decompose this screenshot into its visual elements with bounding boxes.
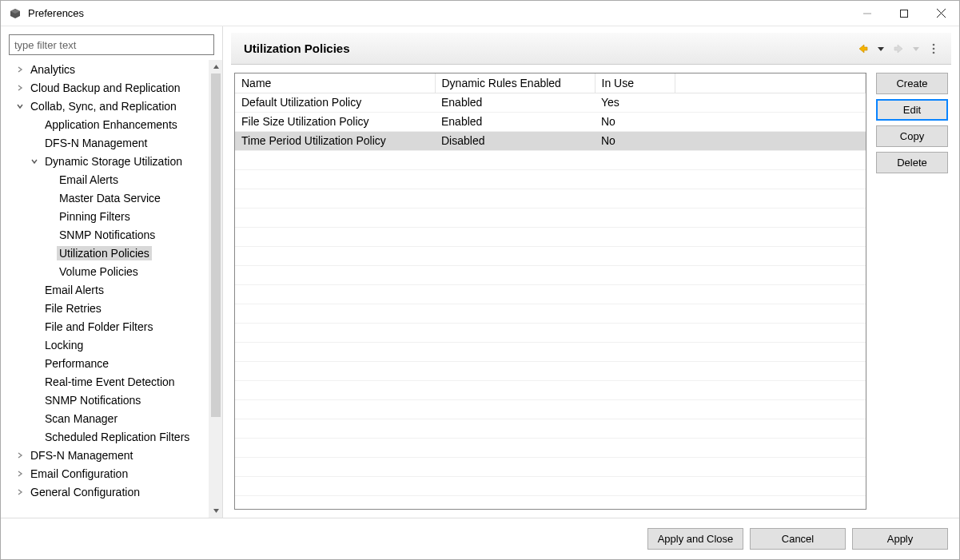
create-button[interactable]: Create: [876, 73, 948, 94]
tree-item[interactable]: Cloud Backup and Replication: [1, 78, 209, 97]
table-row: [235, 419, 866, 438]
tree-item-label: SNMP Notifications: [42, 393, 143, 407]
chevron-down-icon[interactable]: [14, 100, 26, 113]
tree-item[interactable]: Analytics: [1, 60, 209, 78]
history-back-icon[interactable]: [855, 41, 871, 57]
svg-marker-7: [213, 509, 219, 513]
tree-item[interactable]: Performance: [1, 354, 209, 372]
tree-item[interactable]: SNMP Notifications: [1, 391, 209, 409]
window-maximize-button[interactable]: [886, 1, 922, 26]
table-cell: Disabled: [435, 131, 595, 150]
table-cell: No: [595, 131, 675, 150]
copy-button[interactable]: Copy: [876, 125, 948, 147]
table-row: [235, 438, 866, 457]
scroll-thumb[interactable]: [211, 73, 221, 417]
tree-item-label: Email Alerts: [57, 173, 121, 187]
content-body: Name Dynamic Rules Enabled In Use Defaul…: [223, 65, 959, 518]
table-row: [235, 246, 866, 265]
tree-item[interactable]: Collab, Sync, and Replication: [1, 97, 209, 115]
history-forward-icon: [890, 41, 906, 57]
table-row[interactable]: File Size Utilization PolicyEnabledNo: [235, 112, 866, 131]
tree-item-label: Analytics: [28, 62, 78, 77]
chevron-right-icon[interactable]: [14, 486, 26, 498]
tree-item[interactable]: Email Alerts: [1, 170, 209, 189]
svg-point-12: [933, 51, 935, 54]
table-row: [235, 227, 866, 246]
window-minimize-button[interactable]: [849, 1, 886, 26]
svg-point-10: [933, 43, 935, 46]
tree-item-label: SNMP Notifications: [57, 228, 157, 242]
table-header-empty: [675, 73, 866, 93]
tree-item[interactable]: Dynamic Storage Utilization: [1, 152, 209, 170]
tree-item[interactable]: Email Configuration: [1, 464, 209, 483]
table-row: [235, 476, 866, 495]
table-row: [235, 284, 866, 304]
chevron-right-icon[interactable]: [14, 449, 26, 462]
table-row[interactable]: Time Period Utilization PolicyDisabledNo: [235, 131, 866, 150]
chevron-right-icon[interactable]: [14, 81, 26, 94]
tree-item[interactable]: DFS-N Management: [1, 446, 209, 464]
tree-item-label: Real-time Event Detection: [42, 375, 177, 389]
tree-item[interactable]: Scan Manager: [1, 409, 209, 427]
table-row: [235, 323, 866, 342]
apply-button[interactable]: Apply: [852, 528, 948, 550]
table-cell: Enabled: [435, 112, 595, 131]
tree-item[interactable]: File and Folder Filters: [1, 317, 209, 336]
tree-item-label: Cloud Backup and Replication: [28, 81, 183, 95]
preferences-window: Preferences AnalyticsCloud Backup and Re…: [0, 0, 960, 560]
scroll-down-icon[interactable]: [209, 504, 222, 518]
tree-item-label: Master Data Service: [57, 191, 163, 205]
scroll-up-icon[interactable]: [209, 60, 222, 73]
tree-item[interactable]: Volume Policies: [1, 262, 209, 280]
table-row: [235, 208, 866, 227]
policy-table[interactable]: Name Dynamic Rules Enabled In Use Defaul…: [235, 73, 866, 496]
table-header-dynamic[interactable]: Dynamic Rules Enabled: [435, 73, 595, 93]
tree-scrollbar[interactable]: [209, 60, 222, 518]
preferences-tree[interactable]: AnalyticsCloud Backup and ReplicationCol…: [1, 60, 209, 518]
tree-item[interactable]: Utilization Policies: [1, 244, 209, 262]
tree-item-label: Volume Policies: [57, 264, 141, 279]
tree-item[interactable]: Locking: [1, 336, 209, 354]
tree-item[interactable]: Scheduled Replication Filters: [1, 427, 209, 446]
tree-item-label: File Retries: [42, 301, 104, 316]
history-forward-menu-icon: [908, 41, 924, 57]
view-menu-icon[interactable]: [926, 41, 942, 57]
tree-item[interactable]: General Configuration: [1, 483, 209, 501]
table-cell: Yes: [595, 93, 675, 112]
window-close-button[interactable]: [922, 1, 959, 26]
svg-marker-6: [213, 65, 219, 69]
app-icon: [9, 7, 22, 20]
tree-item[interactable]: Master Data Service: [1, 189, 209, 207]
tree-item-label: DFS-N Management: [42, 136, 149, 150]
filter-input[interactable]: [9, 34, 214, 55]
table-row: [235, 457, 866, 476]
table-row: [235, 399, 866, 419]
edit-button[interactable]: Edit: [876, 99, 948, 121]
chevron-down-icon[interactable]: [28, 155, 41, 168]
body: AnalyticsCloud Backup and ReplicationCol…: [1, 26, 959, 518]
delete-button[interactable]: Delete: [876, 152, 948, 173]
tree-item[interactable]: Real-time Event Detection: [1, 372, 209, 391]
tree-item-label: Application Enhancements: [42, 117, 180, 132]
tree-item[interactable]: File Retries: [1, 299, 209, 317]
table-header-name[interactable]: Name: [235, 73, 435, 93]
dialog-footer: Apply and Close Cancel Apply: [1, 518, 959, 559]
tree-item[interactable]: SNMP Notifications: [1, 225, 209, 244]
table-row: [235, 189, 866, 208]
apply-and-close-button[interactable]: Apply and Close: [647, 528, 743, 550]
table-header-inuse[interactable]: In Use: [595, 73, 675, 93]
sidebar: AnalyticsCloud Backup and ReplicationCol…: [1, 26, 223, 518]
table-row: [235, 265, 866, 284]
tree-item-label: Email Configuration: [28, 467, 130, 481]
table-row: [235, 380, 866, 399]
chevron-right-icon[interactable]: [14, 467, 26, 480]
chevron-right-icon[interactable]: [14, 63, 26, 76]
tree-item[interactable]: DFS-N Management: [1, 133, 209, 152]
cancel-button[interactable]: Cancel: [750, 528, 846, 550]
table-row[interactable]: Default Utilization PolicyEnabledYes: [235, 93, 866, 112]
history-back-menu-icon[interactable]: [873, 41, 889, 57]
tree-item[interactable]: Email Alerts: [1, 280, 209, 299]
tree-item[interactable]: Pinning Filters: [1, 207, 209, 225]
tree-item[interactable]: Application Enhancements: [1, 115, 209, 133]
svg-rect-3: [901, 10, 908, 17]
